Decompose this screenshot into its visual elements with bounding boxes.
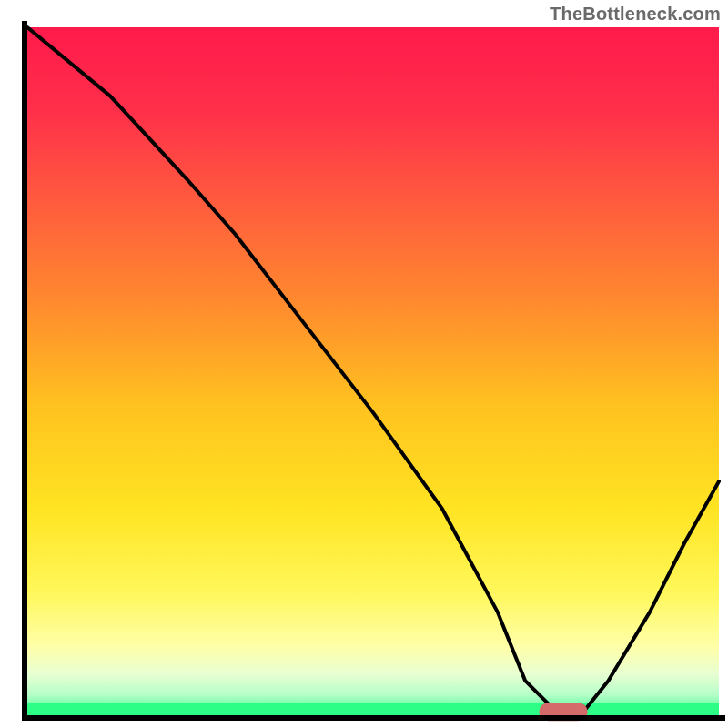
- watermark-text: TheBottleneck.com: [550, 4, 721, 25]
- chart-background: [27, 27, 719, 715]
- bottleneck-chart: [0, 0, 728, 728]
- green-band: [27, 703, 719, 715]
- chart-container: TheBottleneck.com: [0, 0, 728, 728]
